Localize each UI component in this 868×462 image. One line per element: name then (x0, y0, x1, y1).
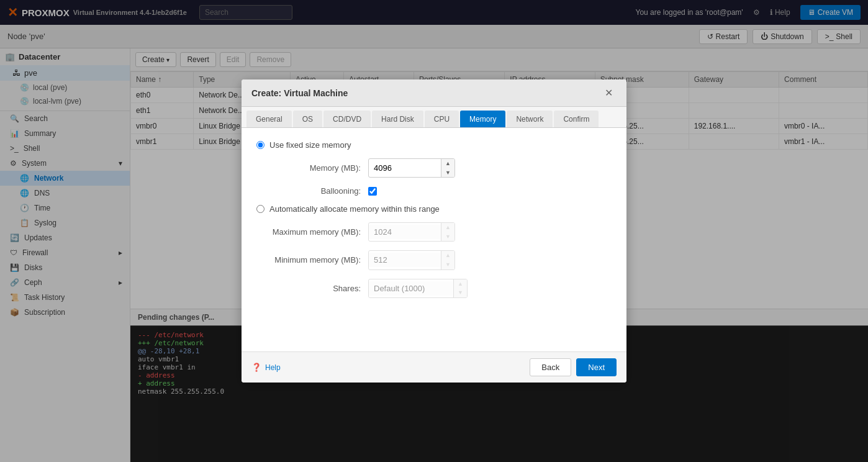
min-memory-label: Minimum memory (MB): (256, 255, 368, 265)
ballooning-label: Ballooning: (256, 186, 368, 196)
back-button[interactable]: Back (530, 358, 571, 376)
memory-decrement-button[interactable]: ▼ (441, 168, 454, 178)
memory-mb-label: Memory (MB): (256, 163, 368, 173)
modal-tab-confirm[interactable]: Confirm (554, 111, 599, 127)
fixed-memory-radio[interactable] (256, 141, 264, 149)
footer-left: ❓ Help (251, 363, 281, 372)
min-memory-spinner: ▲ ▼ (368, 250, 455, 270)
min-memory-input[interactable] (369, 253, 441, 267)
shares-row: Shares: ▲ ▼ (256, 279, 612, 298)
modal-tab-memory[interactable]: Memory (460, 111, 505, 127)
modal-footer: ❓ Help Back Next (242, 351, 626, 383)
max-memory-spinner: ▲ ▼ (368, 222, 455, 242)
modal-tab-cpu[interactable]: CPU (425, 111, 459, 127)
auto-allocate-text: Automatically allocate memory within thi… (269, 204, 440, 214)
min-memory-spinner-buttons: ▲ ▼ (441, 251, 454, 269)
shares-input[interactable] (369, 281, 453, 296)
memory-spinner-buttons: ▲ ▼ (441, 159, 454, 177)
min-memory-increment-button[interactable]: ▲ (441, 251, 454, 260)
footer-right: Back Next (530, 358, 617, 376)
modal-tab-network[interactable]: Network (507, 111, 553, 127)
min-memory-decrement-button[interactable]: ▼ (441, 260, 454, 270)
max-memory-decrement-button[interactable]: ▼ (441, 232, 454, 242)
shares-spinner-buttons: ▲ ▼ (453, 279, 467, 297)
min-memory-row: Minimum memory (MB): ▲ ▼ (256, 250, 612, 270)
auto-allocate-row: Automatically allocate memory within thi… (256, 204, 612, 214)
create-vm-modal: Create: Virtual Machine ✕ GeneralOSCD/DV… (242, 79, 626, 383)
shares-label: Shares: (256, 284, 368, 293)
max-memory-input[interactable] (369, 225, 441, 239)
max-memory-increment-button[interactable]: ▲ (441, 223, 454, 232)
fixed-memory-text: Use fixed size memory (269, 140, 351, 150)
max-memory-spinner-buttons: ▲ ▼ (441, 223, 454, 241)
ballooning-checkbox[interactable] (368, 187, 377, 196)
modal-header: Create: Virtual Machine ✕ (242, 79, 626, 107)
fixed-memory-row: Use fixed size memory (256, 140, 612, 150)
shares-increment-button[interactable]: ▲ (454, 279, 467, 289)
help-icon: ❓ (251, 363, 261, 372)
max-memory-row: Maximum memory (MB): ▲ ▼ (256, 222, 612, 242)
memory-increment-button[interactable]: ▲ (441, 159, 454, 168)
shares-spinner: ▲ ▼ (368, 279, 468, 298)
memory-spinner: ▲ ▼ (368, 158, 455, 178)
modal-close-button[interactable]: ✕ (601, 86, 617, 100)
modal-tabs: GeneralOSCD/DVDHard DiskCPUMemoryNetwork… (242, 107, 626, 128)
help-link[interactable]: Help (265, 363, 281, 372)
modal-tab-harddisk[interactable]: Hard Disk (372, 111, 423, 127)
modal-title: Create: Virtual Machine (251, 88, 348, 98)
memory-mb-row: Memory (MB): ▲ ▼ (256, 158, 612, 178)
ballooning-row: Ballooning: (256, 186, 612, 196)
modal-tab-os[interactable]: OS (293, 111, 322, 127)
ballooning-checkbox-wrap (368, 187, 377, 196)
fixed-memory-radio-label[interactable]: Use fixed size memory (256, 140, 351, 150)
modal-body: Use fixed size memory Memory (MB): ▲ ▼ B… (242, 128, 626, 351)
shares-decrement-button[interactable]: ▼ (454, 288, 467, 297)
modal-tab-cddvd[interactable]: CD/DVD (323, 111, 371, 127)
next-button[interactable]: Next (576, 358, 617, 376)
max-memory-label: Maximum memory (MB): (256, 227, 368, 237)
auto-allocate-radio-label[interactable]: Automatically allocate memory within thi… (256, 204, 440, 214)
memory-input[interactable] (369, 161, 441, 175)
modal-tab-general[interactable]: General (246, 111, 292, 127)
modal-overlay: Create: Virtual Machine ✕ GeneralOSCD/DV… (0, 0, 868, 462)
auto-allocate-radio[interactable] (256, 205, 264, 213)
